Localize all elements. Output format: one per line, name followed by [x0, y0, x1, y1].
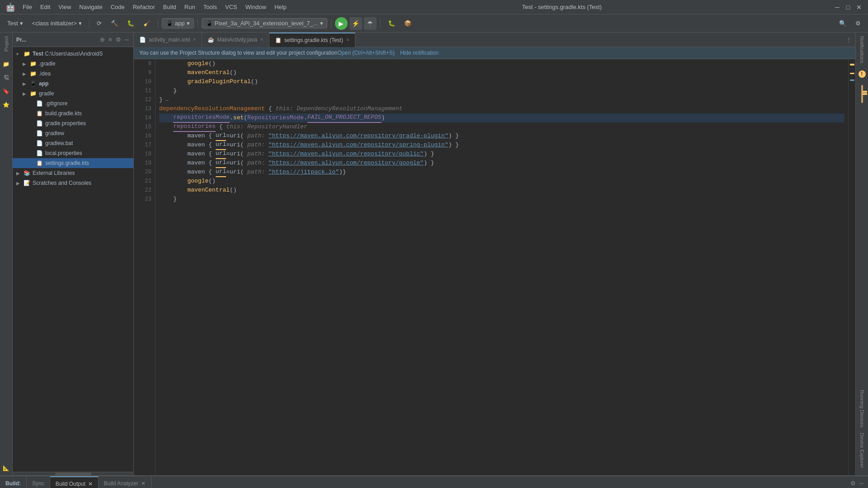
menu-window[interactable]: Window: [242, 3, 270, 11]
bookmarks-icon[interactable]: 🔖: [1, 86, 12, 97]
scroll-panel[interactable]: [848, 59, 855, 475]
menu-bar: File Edit View Navigate Code Refactor Bu…: [19, 3, 290, 11]
menu-refactor[interactable]: Refactor: [129, 3, 159, 11]
code-line-18: maven { url =uri( path: "https://maven.a…: [159, 150, 844, 159]
bug-button[interactable]: 🐛: [123, 19, 138, 28]
panel-locate-icon[interactable]: ⊕: [99, 35, 106, 44]
panel-collapse-icon[interactable]: ≡: [108, 35, 113, 44]
notification-open-action[interactable]: Open (Ctrl+Alt+Shift+S): [338, 50, 395, 56]
tab-sync[interactable]: Sync: [27, 476, 50, 488]
class-initializer[interactable]: <class initializer> ▾: [28, 19, 85, 28]
notification-hide-action[interactable]: Hide notification: [400, 50, 439, 56]
tab-build[interactable]: Build:: [0, 476, 27, 488]
device-dropdown[interactable]: 📱 Pixel_3a_API_34_extension_level_7_... …: [202, 18, 327, 28]
tree-item-settings-gradle[interactable]: 📋 settings.gradle.kts: [13, 158, 133, 168]
settings-gradle-icon: 📋: [35, 159, 43, 167]
tab-close-activity[interactable]: ✕: [193, 37, 196, 42]
code-content[interactable]: google() mavenCentral() gradlePluginPort…: [156, 59, 848, 475]
favorites-icon[interactable]: ⭐: [1, 99, 12, 110]
device-explorer-toggle[interactable]: Device Explorer: [859, 431, 866, 470]
code-line-15: repositories { this: RepositoryHandler: [159, 122, 844, 131]
device-label: Pixel_3a_API_34_extension_level_7_...: [215, 20, 318, 27]
tree-item-gradlew[interactable]: 📄 gradlew: [13, 128, 133, 138]
gitignore-icon: 📄: [35, 99, 43, 108]
tree-arrow-scratches: ▶: [16, 181, 23, 186]
sync-button[interactable]: ⟳: [93, 19, 105, 28]
close-button[interactable]: ✕: [855, 4, 863, 11]
ln-11: 11: [136, 86, 151, 95]
ln-14: 14: [136, 113, 151, 122]
menu-vcs[interactable]: VCS: [222, 3, 241, 11]
attach-debugger-button[interactable]: 🐛: [384, 19, 399, 28]
tab-settings-gradle[interactable]: 📋 settings.gradle.kts (Test) ✕: [269, 33, 355, 47]
window-title: Test - settings.gradle.kts (Test): [290, 4, 834, 10]
tree-item-ext-libs[interactable]: ▶ 📚 External Libraries: [13, 168, 133, 178]
class-init-label: <class initializer>: [32, 20, 77, 27]
app-icon: 🤖: [5, 2, 15, 12]
ln-18: 18: [136, 150, 151, 159]
resource-manager-icon[interactable]: 📁: [1, 59, 12, 70]
hammer-button[interactable]: 🔨: [107, 19, 122, 28]
running-devices-toggle[interactable]: Running Devices: [859, 388, 866, 429]
tree-item-gitignore[interactable]: 📄 .gitignore: [13, 99, 133, 108]
run-button[interactable]: ▶: [335, 17, 348, 30]
tab-build-output[interactable]: Build Output ✕: [50, 476, 99, 488]
coverage-button[interactable]: ☂: [364, 17, 377, 30]
tree-item-app[interactable]: ▶ 📱 app: [13, 79, 133, 89]
profile-button[interactable]: ⚡: [349, 17, 362, 30]
panel-gear-icon[interactable]: ⚙: [115, 35, 122, 44]
bottom-minimize-icon[interactable]: ─: [859, 479, 864, 488]
tree-item-gradle-hidden[interactable]: ▶ 📁 .gradle: [13, 59, 133, 69]
tab-more-button[interactable]: ⋮: [842, 36, 855, 43]
project-panel-toggle[interactable]: Project: [2, 33, 11, 55]
tab-build-analyzer[interactable]: Build Analyzer ✕: [99, 476, 151, 488]
menu-help[interactable]: Help: [271, 3, 290, 11]
structure-icon[interactable]: 🏗: [1, 72, 12, 83]
tab-build-output-close[interactable]: ✕: [88, 481, 93, 487]
tab-close-settings[interactable]: ✕: [346, 38, 349, 42]
tab-activity-main[interactable]: 📄 activity_main.xml ✕: [134, 33, 202, 47]
menu-view[interactable]: View: [55, 3, 75, 11]
tree-item-gradle[interactable]: ▶ 📁 gradle: [13, 89, 133, 99]
app-module-dropdown[interactable]: 📱 app ▾: [162, 18, 194, 28]
tree-item-idea[interactable]: ▶ 📁 .idea: [13, 69, 133, 79]
settings-button[interactable]: ⚙: [852, 19, 864, 28]
tab-build-analyzer-close[interactable]: ✕: [141, 480, 146, 487]
menu-code[interactable]: Code: [107, 3, 128, 11]
project-tree: ▾ 📁 Test C:\Users\asus\AndroidS ▶ 📁 .gra…: [13, 47, 133, 472]
project-panel-title: Pr...: [16, 37, 26, 43]
code-line-17: maven { url =uri( path: "https://maven.a…: [159, 141, 844, 150]
panel-hide-icon[interactable]: ─: [124, 35, 130, 44]
notification-text: You can use the Project Structure dialog…: [139, 50, 338, 56]
code-line-19: maven { url =uri( path: "https://maven.a…: [159, 159, 844, 168]
ln-20: 20 💡: [136, 168, 151, 177]
menu-run[interactable]: Run: [181, 3, 199, 11]
tree-item-build-gradle[interactable]: 📋 build.gradle.kts: [13, 108, 133, 118]
toolbar-separator-3: [198, 19, 198, 28]
tree-item-test[interactable]: ▾ 📁 Test C:\Users\asus\AndroidS: [13, 49, 133, 59]
project-selector[interactable]: Test ▾: [4, 19, 27, 28]
menu-tools[interactable]: Tools: [200, 3, 221, 11]
tab-close-main[interactable]: ✕: [260, 37, 264, 42]
notification-actions: Open (Ctrl+Alt+Shift+S) Hide notificatio…: [338, 50, 439, 56]
menu-file[interactable]: File: [19, 3, 36, 11]
tab-main-activity[interactable]: ☕ MainActivity.java ✕: [202, 33, 269, 47]
device-variants-icon[interactable]: 📐: [1, 463, 12, 474]
tree-item-local-props[interactable]: 📄 local.properties: [13, 148, 133, 158]
search-everywhere-button[interactable]: 🔍: [835, 19, 850, 28]
bottom-gear-icon[interactable]: ⚙: [849, 479, 857, 488]
tab-icon-activity: 📄: [139, 37, 146, 43]
editor-area: 📄 activity_main.xml ✕ ☕ MainActivity.jav…: [134, 33, 855, 475]
menu-build[interactable]: Build: [160, 3, 180, 11]
tree-item-gradle-props[interactable]: 📄 gradle.properties: [13, 118, 133, 128]
menu-edit[interactable]: Edit: [37, 3, 54, 11]
maximize-button[interactable]: □: [844, 4, 852, 11]
tree-item-scratches[interactable]: ▶ 📝 Scratches and Consoles: [13, 178, 133, 188]
bottom-tabs: Build: Sync Build Output ✕ Build Analyze…: [0, 476, 868, 488]
tree-item-gradlew-bat[interactable]: 📄 gradlew.bat: [13, 138, 133, 148]
notifications-toggle[interactable]: Notifications: [859, 34, 866, 65]
clean-button[interactable]: 🧹: [140, 19, 154, 28]
menu-navigate[interactable]: Navigate: [75, 3, 106, 11]
minimize-button[interactable]: ─: [834, 4, 841, 11]
deploy-button[interactable]: 📦: [401, 19, 415, 28]
